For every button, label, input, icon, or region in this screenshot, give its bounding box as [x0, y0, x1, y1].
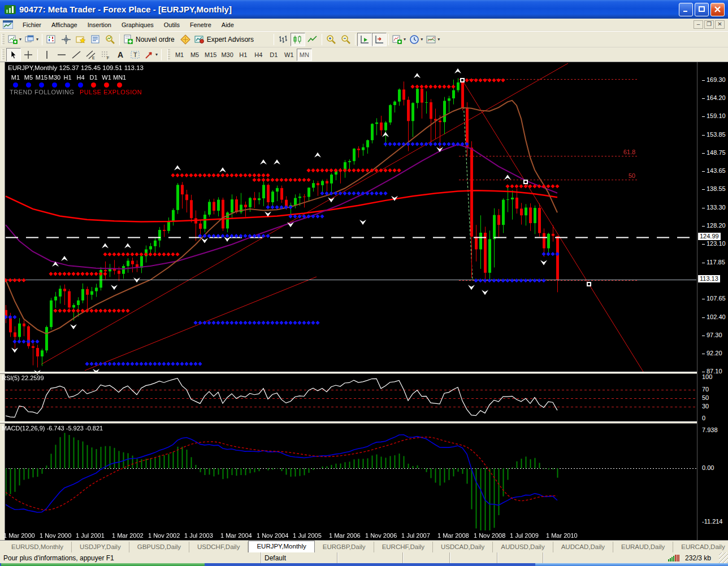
chart-tabs-bar: EURUSD,MonthlyUSDJPY,DailyGBPUSD,DailyUS…	[0, 540, 728, 552]
toolbar-grip[interactable]	[2, 49, 5, 60]
signal-dot-h4	[78, 82, 83, 88]
strategy-tester-button[interactable]	[103, 33, 118, 46]
mdi-close-button[interactable]: ✕	[715, 20, 725, 29]
menu-insertion[interactable]: Insertion	[83, 20, 116, 30]
menu-affichage[interactable]: Affichage	[46, 20, 83, 30]
horizontal-line-button[interactable]	[54, 48, 69, 62]
chart-tab-euraud[interactable]: EURAUD,Daily	[613, 542, 673, 552]
chevron-down-icon[interactable]: ▾	[36, 37, 38, 42]
text-button[interactable]: A	[113, 48, 128, 62]
close-button[interactable]	[710, 3, 725, 16]
rsi-splitter[interactable]	[0, 372, 728, 374]
indicators-button[interactable]: ▾	[391, 33, 408, 46]
timeframe-w1-button[interactable]: W1	[281, 49, 297, 61]
chevron-down-icon[interactable]: ▾	[155, 52, 158, 57]
price-tick-133.30: 133.30	[702, 204, 726, 211]
overlay-tf-mn1: MN1	[113, 74, 126, 81]
time-tick: 1 Nov 2002	[148, 532, 180, 539]
price-tick-159.10: 159.10	[702, 112, 726, 119]
auto-scroll-button[interactable]	[357, 33, 372, 46]
templates-button[interactable]: ▾	[424, 33, 441, 46]
resize-grip[interactable]	[719, 552, 728, 563]
maximize-button[interactable]	[695, 3, 709, 16]
app-icon	[5, 4, 16, 15]
signal-dot-h1	[65, 82, 70, 88]
menu-outils[interactable]: Outils	[159, 20, 185, 30]
toolbar-grip[interactable]	[2, 34, 5, 45]
time-tick: 1 Jul 2005	[293, 532, 322, 539]
navigator-button[interactable]	[73, 33, 88, 46]
chevron-down-icon[interactable]: ▾	[421, 37, 423, 42]
chart-tab-gbpusd[interactable]: GBPUSD,Daily	[129, 542, 189, 552]
zoom-in-button[interactable]	[324, 33, 339, 46]
profiles-button[interactable]: ▾	[23, 33, 40, 46]
mdi-restore-button[interactable]: ❐	[704, 20, 714, 29]
overlay-tf-h4: H4	[74, 74, 87, 81]
price-scale[interactable]: 169.30164.20159.10153.85148.75143.65138.…	[697, 62, 728, 540]
cursor-button[interactable]	[6, 48, 21, 62]
line-chart-button[interactable]	[305, 33, 320, 46]
periods-button[interactable]: ▾	[408, 33, 424, 46]
timeframe-m5-button[interactable]: M5	[187, 49, 202, 61]
timeframe-h1-button[interactable]: H1	[236, 49, 251, 61]
price-tick-169.30: 169.30	[702, 76, 726, 83]
new-order-button[interactable]: Nouvel ordre	[122, 33, 178, 46]
chart-tab-usdjpy[interactable]: USDJPY,Daily	[72, 542, 129, 552]
candlestick-chart-button[interactable]	[291, 33, 305, 46]
chart-tab-audcad[interactable]: AUDCAD,Daily	[553, 542, 613, 552]
crosshair-button[interactable]	[21, 48, 36, 62]
new-chart-button[interactable]: ▾	[6, 33, 23, 46]
timeframe-m30-button[interactable]: M30	[219, 49, 235, 61]
signal-dot-m1	[13, 82, 18, 88]
menu-fichier[interactable]: Fichier	[18, 20, 46, 30]
metaeditor-button[interactable]	[178, 33, 193, 46]
chart-tab-usdchf[interactable]: USDCHF,Daily	[189, 542, 248, 552]
status-profile[interactable]: Default	[261, 552, 337, 563]
title-bar[interactable]: 90477: Meta Trader - Forex Place - [EURJ…	[0, 0, 728, 19]
arrows-button[interactable]: ▾	[142, 48, 159, 62]
pulse-explosion-label: PULSE EXPLOSION	[80, 89, 142, 95]
svg-text:A: A	[118, 50, 123, 59]
data-window-button[interactable]	[59, 33, 73, 46]
expert-advisors-button[interactable]: Expert Advisors	[193, 33, 257, 46]
timeframe-d1-button[interactable]: D1	[266, 49, 281, 61]
trendline-button[interactable]	[69, 48, 84, 62]
minimize-button[interactable]	[679, 3, 693, 16]
bar-chart-button[interactable]	[276, 33, 291, 46]
chevron-down-icon[interactable]: ▾	[19, 37, 21, 42]
chart-shift-button[interactable]	[372, 33, 387, 46]
price-tick-128.20: 128.20	[702, 222, 726, 229]
chart-tab-eurjpy[interactable]: EURJPY,Monthly	[248, 541, 314, 552]
mdi-minimize-button[interactable]: –	[694, 20, 703, 29]
zoom-out-button[interactable]	[339, 33, 353, 46]
timeframe-m1-button[interactable]: M1	[172, 49, 187, 61]
timeframe-m15-button[interactable]: M15	[202, 49, 219, 61]
chart-tab-usdcad[interactable]: USDCAD,Daily	[433, 542, 493, 552]
terminal-button[interactable]	[88, 33, 103, 46]
chevron-down-icon[interactable]: ▾	[437, 37, 440, 42]
chart-tab-audusd[interactable]: AUDUSD,Daily	[493, 542, 553, 552]
menu-fenetre[interactable]: Fenetre	[185, 20, 216, 30]
market-watch-button[interactable]	[44, 33, 59, 46]
vertical-line-button[interactable]	[40, 48, 54, 62]
toolbar-grip[interactable]	[167, 49, 170, 60]
drawing-toolbar: EFAT▾ M1M5M15M30H1H4D1W1MN	[0, 47, 728, 62]
chart-region: EURJPY,Monthly 125.37 125.45 109.51 113.…	[0, 62, 728, 540]
timeframe-h4-button[interactable]: H4	[251, 49, 266, 61]
menu-graphiques[interactable]: Graphiques	[116, 20, 159, 30]
rsi-scale-50: 50	[702, 394, 709, 401]
macd-splitter[interactable]	[0, 421, 728, 424]
chart-canvas[interactable]	[0, 62, 697, 540]
chart-tab-eurusd[interactable]: EURUSD,Monthly	[3, 542, 72, 552]
timeframe-mn-button[interactable]: MN	[297, 49, 312, 61]
chart-tab-eurchf[interactable]: EURCHF,Daily	[374, 542, 433, 552]
equidistant-channel-button[interactable]: E	[84, 48, 98, 62]
market-watch-icon	[46, 34, 57, 45]
chevron-down-icon[interactable]: ▾	[404, 37, 406, 42]
symbol-ohlc-label: EURJPY,Monthly 125.37 125.45 109.51 113.…	[8, 64, 144, 71]
chart-tab-eurcad[interactable]: EURCAD,Daily	[673, 542, 728, 552]
menu-aide[interactable]: Aide	[216, 20, 239, 30]
fibonacci-button[interactable]: F	[98, 48, 113, 62]
chart-tab-eurgbp[interactable]: EURGBP,Daily	[315, 542, 374, 552]
text-label-button[interactable]: T	[128, 48, 142, 62]
